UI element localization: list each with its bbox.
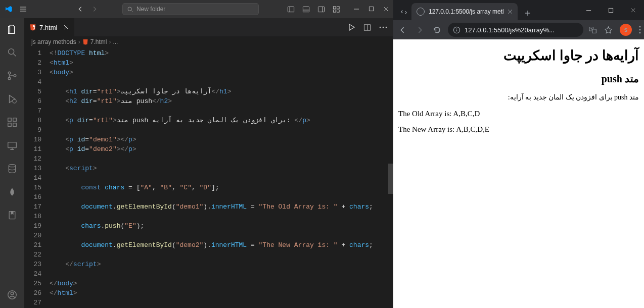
forward-icon[interactable] (413, 26, 426, 34)
bookmark-star-icon[interactable] (604, 26, 613, 34)
editor-tabs: 7.html (24, 18, 393, 36)
crumb-more: ... (113, 38, 118, 45)
bookmark-icon[interactable] (6, 209, 18, 221)
database-icon[interactable] (6, 163, 18, 175)
run-debug-icon[interactable] (6, 93, 18, 105)
minimize-icon[interactable] (577, 0, 600, 20)
chevron-right-icon: › (109, 38, 111, 45)
menu-icon[interactable] (639, 26, 641, 34)
profile-avatar[interactable]: s (620, 24, 632, 36)
tab-7html[interactable]: 7.html (24, 18, 75, 36)
maximize-icon[interactable] (600, 0, 622, 20)
source-control-icon[interactable] (6, 70, 18, 82)
svg-point-26 (386, 27, 387, 28)
remote-icon[interactable] (6, 139, 18, 151)
svg-rect-5 (337, 6, 339, 9)
svg-point-9 (9, 49, 14, 55)
accounts-icon[interactable] (6, 289, 18, 301)
svg-rect-4 (333, 6, 336, 9)
page-h2: متد push (398, 73, 639, 85)
svg-point-12 (14, 75, 16, 77)
run-icon[interactable] (347, 23, 355, 31)
minimap-thumb[interactable] (388, 164, 393, 194)
split-editor-icon[interactable] (363, 24, 371, 31)
crumb-folder: js array methods (31, 38, 76, 45)
svg-point-0 (128, 7, 131, 11)
window-controls (353, 6, 389, 12)
hamburger-menu-icon[interactable] (19, 5, 27, 13)
vscode-logo-icon (4, 5, 13, 14)
search-icon[interactable] (6, 46, 18, 59)
site-info-icon[interactable] (453, 26, 461, 34)
layout-controls (287, 5, 340, 13)
chrome-tabstrip: 127.0.0.1:5500/js array methods (393, 0, 644, 20)
tab-close-icon[interactable] (63, 24, 69, 30)
svg-point-19 (9, 165, 15, 167)
svg-point-22 (11, 292, 14, 295)
browser-tab[interactable]: 127.0.0.1:5500/js array methods (411, 3, 518, 20)
html5-icon (29, 24, 36, 31)
search-icon (127, 6, 133, 13)
crumb-file: 7.html (90, 38, 107, 45)
svg-rect-8 (369, 7, 373, 11)
search-text: New folder (136, 6, 165, 13)
html5-icon (82, 39, 88, 45)
toggle-panel-right-icon[interactable] (317, 5, 325, 13)
back-icon[interactable] (396, 26, 408, 34)
code-lines[interactable]: <!DOCTYPE html><html><body> <h1 dir="rtl… (50, 47, 388, 308)
customize-layout-icon[interactable] (332, 5, 340, 13)
svg-rect-7 (337, 10, 339, 12)
page-h1: آرایه‌ها در جاوا اسکریپت (398, 47, 639, 64)
addrbar-actions: s (588, 24, 641, 36)
url-text: 127.0.0.1:5500/js%20array%... (465, 26, 555, 34)
tab-title: 127.0.0.1:5500/js array methods (429, 8, 503, 15)
page-desc: متد push برای افزودن یک المان جدید به آر… (398, 93, 639, 101)
code-editor[interactable]: 1234567891011121314151617181920212223242… (24, 47, 393, 308)
svg-rect-6 (333, 10, 336, 12)
omnibox[interactable]: 127.0.0.1:5500/js%20array%... (448, 23, 583, 37)
more-actions-icon[interactable] (379, 26, 387, 28)
browser-window: 127.0.0.1:5500/js array methods 127.0.0.… (393, 0, 644, 308)
titlebar: New folder (0, 0, 393, 18)
svg-rect-2 (303, 7, 309, 12)
demo2-output: The New Array is: A,B,C,D,E (398, 125, 639, 134)
browser-window-controls (577, 0, 644, 20)
command-center[interactable]: New folder (122, 3, 259, 15)
minimize-icon[interactable] (353, 6, 359, 12)
svg-point-25 (383, 27, 384, 28)
translate-icon[interactable] (588, 26, 597, 34)
close-icon[interactable] (622, 0, 644, 20)
svg-point-13 (13, 99, 16, 103)
svg-rect-27 (609, 8, 613, 12)
line-numbers: 1234567891011121314151617181920212223242… (24, 47, 50, 308)
close-icon[interactable] (383, 6, 389, 12)
tab-filename: 7.html (39, 24, 57, 31)
forward-icon[interactable] (91, 6, 98, 13)
explorer-icon[interactable] (6, 23, 18, 35)
mongodb-icon[interactable] (6, 186, 18, 198)
reload-icon[interactable] (431, 26, 443, 34)
svg-rect-14 (8, 118, 11, 121)
editor-area: 7.html js array methods › 7.html › ... 1… (24, 18, 393, 308)
nav-arrows (77, 6, 98, 13)
tab-close-icon[interactable] (508, 9, 513, 14)
svg-point-24 (380, 27, 381, 28)
toggle-panel-left-icon[interactable] (287, 5, 295, 13)
minimap[interactable] (388, 47, 393, 308)
address-bar: 127.0.0.1:5500/js%20array%... s (393, 20, 644, 39)
svg-point-33 (639, 32, 641, 34)
svg-rect-18 (8, 142, 17, 148)
svg-point-11 (8, 77, 11, 80)
toggle-panel-bottom-icon[interactable] (302, 5, 310, 13)
svg-rect-16 (13, 123, 16, 126)
tab-search-icon[interactable] (396, 4, 411, 20)
back-icon[interactable] (77, 6, 84, 13)
breadcrumbs[interactable]: js array methods › 7.html › ... (24, 36, 393, 47)
new-tab-icon[interactable] (521, 6, 535, 20)
svg-rect-3 (318, 7, 324, 12)
svg-rect-15 (8, 123, 11, 126)
extensions-icon[interactable] (6, 116, 18, 128)
maximize-icon[interactable] (369, 6, 374, 12)
rendered-page: آرایه‌ها در جاوا اسکریپت متد push متد pu… (393, 39, 644, 308)
favicon-icon (417, 8, 425, 16)
